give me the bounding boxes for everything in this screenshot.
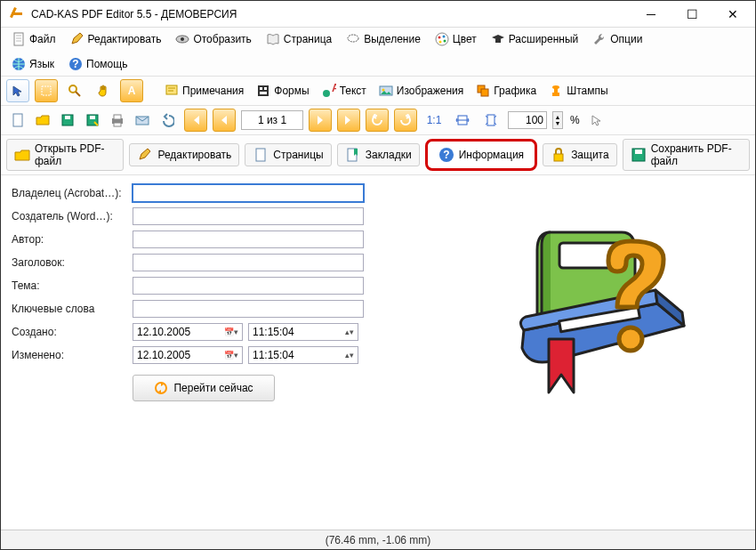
menu-selection[interactable]: Выделение [341, 30, 426, 48]
zoom-input[interactable] [508, 111, 547, 129]
info-icon: ? [438, 147, 454, 163]
rotate-cw-button[interactable] [394, 109, 417, 132]
modified-time-field[interactable]: 11:15:04▴▾ [248, 346, 358, 364]
menu-language[interactable]: Язык [6, 55, 60, 73]
menu-options[interactable]: Опции [587, 30, 647, 48]
svg-rect-37 [90, 116, 95, 119]
help-icon: ? [68, 57, 83, 71]
undo-button[interactable] [156, 109, 179, 132]
menu-advanced[interactable]: Расширенный [486, 30, 584, 48]
stamps-button[interactable]: Штампы [545, 82, 611, 100]
menu-help[interactable]: ?Помощь [63, 55, 133, 73]
save-as-button[interactable] [81, 109, 104, 132]
graphics-button[interactable]: Графика [472, 82, 540, 100]
svg-text:A: A [128, 85, 136, 97]
annotations-button[interactable]: Примечания [161, 82, 247, 100]
zoom-tool[interactable] [63, 79, 86, 102]
refresh-icon [154, 381, 168, 395]
maximize-button[interactable]: ☐ [672, 1, 712, 28]
title-label: Заголовок: [12, 256, 127, 269]
owner-label: Владелец (Acrobat…): [12, 187, 127, 199]
created-label: Создано: [12, 326, 127, 338]
next-page-button[interactable] [309, 109, 332, 132]
lock-icon [551, 147, 567, 163]
first-page-button[interactable] [184, 109, 207, 132]
rotate-ccw-button[interactable] [366, 109, 389, 132]
svg-text:?: ? [443, 149, 449, 161]
svg-rect-35 [65, 116, 70, 119]
last-page-button[interactable] [337, 109, 360, 132]
menu-page[interactable]: Страница [261, 30, 337, 48]
forms-button[interactable]: Формы [253, 82, 312, 100]
tab-edit[interactable]: Редактировать [129, 143, 239, 166]
hand-tool[interactable] [92, 79, 115, 102]
modified-label: Изменено: [12, 349, 127, 361]
svg-point-24 [323, 90, 330, 97]
svg-rect-40 [114, 123, 121, 126]
images-button[interactable]: Изображения [375, 82, 467, 100]
gradcap-icon [491, 32, 505, 46]
spinner-icon: ▴▾ [345, 328, 354, 336]
text-button[interactable]: AТекст [318, 82, 370, 100]
svg-rect-23 [260, 92, 267, 94]
info-illustration [497, 206, 711, 419]
fit-11-button[interactable]: 1:1 [422, 109, 446, 132]
created-date-field[interactable]: 12.10.2005📅▾ [133, 323, 243, 341]
book-icon [266, 32, 280, 46]
pencil-icon [137, 147, 153, 163]
image-icon [379, 84, 393, 98]
tab-open[interactable]: Открыть PDF-файл [6, 139, 124, 171]
page-icon [253, 147, 269, 163]
menu-edit[interactable]: Редактировать [65, 30, 167, 48]
keywords-field[interactable] [133, 300, 364, 318]
menu-color[interactable]: Цвет [430, 30, 482, 48]
author-field[interactable] [133, 231, 364, 248]
bookmark-icon [345, 147, 361, 163]
svg-point-5 [348, 35, 358, 42]
pointer-button[interactable] [585, 109, 608, 132]
tab-security[interactable]: Защита [543, 143, 617, 166]
title-field[interactable] [133, 254, 364, 271]
print-button[interactable] [106, 109, 129, 132]
menu-file[interactable]: Файл [6, 30, 61, 48]
new-button[interactable] [6, 109, 29, 132]
tab-info[interactable]: ?Информация [425, 139, 537, 171]
cursor-tool[interactable] [6, 79, 29, 102]
minimize-button[interactable]: ─ [631, 1, 672, 28]
fit-page-button[interactable] [479, 109, 503, 132]
go-now-button[interactable]: Перейти сейчас [133, 375, 275, 401]
note-icon [165, 84, 179, 98]
calendar-icon: 📅▾ [224, 351, 238, 360]
open-button[interactable] [31, 109, 54, 132]
tab-pages[interactable]: Страницы [245, 143, 331, 166]
save-button[interactable] [56, 109, 79, 132]
owner-field[interactable] [133, 184, 364, 202]
prev-page-button[interactable] [213, 109, 236, 132]
menu-view[interactable]: Отобразить [170, 30, 256, 48]
tab-bookmarks[interactable]: Закладки [337, 143, 420, 166]
modified-date-field[interactable]: 12.10.2005📅▾ [133, 346, 243, 364]
svg-rect-21 [260, 87, 262, 90]
tabbar: Открыть PDF-файл Редактировать Страницы … [1, 135, 755, 175]
graphics-icon [476, 84, 490, 98]
wrench-icon [592, 32, 607, 46]
zoom-spinner[interactable]: ▲▼ [552, 111, 563, 129]
subject-field[interactable] [133, 277, 364, 295]
svg-point-6 [436, 33, 448, 45]
text-select-tool[interactable]: A [120, 79, 143, 102]
tab-save[interactable]: Сохранить PDF-файл [623, 139, 750, 171]
app-icon [10, 7, 24, 21]
creator-field[interactable] [133, 207, 364, 225]
fit-width-button[interactable] [451, 109, 474, 132]
svg-rect-29 [481, 89, 488, 96]
select-tool[interactable] [35, 79, 58, 102]
close-button[interactable]: ✕ [712, 1, 753, 28]
toolbar-tools: A Примечания Формы AТекст Изображения Гр… [1, 77, 755, 106]
created-time-field[interactable]: 11:15:04▴▾ [248, 323, 358, 341]
svg-rect-30 [552, 93, 559, 96]
svg-rect-39 [114, 115, 121, 119]
svg-line-17 [76, 92, 80, 96]
save-icon [631, 147, 647, 163]
page-indicator[interactable] [241, 110, 303, 130]
email-button[interactable] [131, 109, 154, 132]
